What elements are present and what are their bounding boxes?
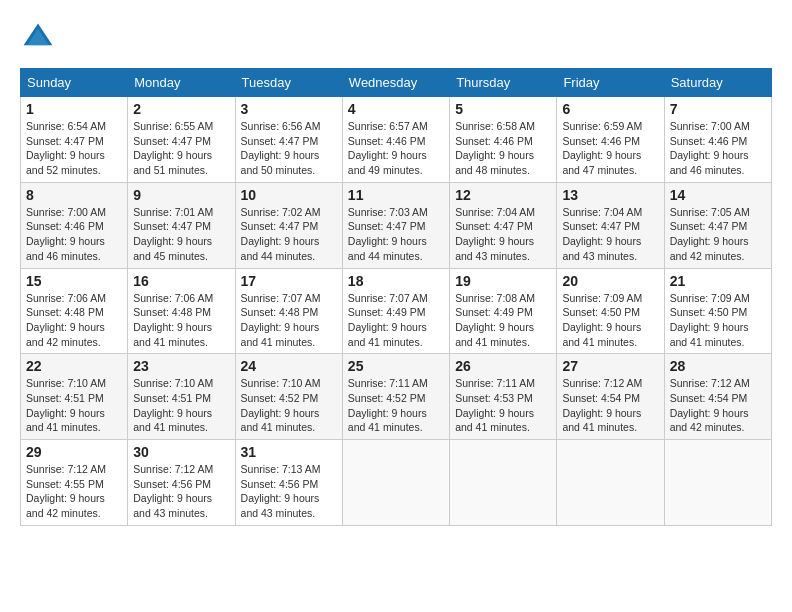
calendar-day-cell: 29 Sunrise: 7:12 AM Sunset: 4:55 PM Dayl… bbox=[21, 440, 128, 526]
calendar-day-cell: 9 Sunrise: 7:01 AM Sunset: 4:47 PM Dayli… bbox=[128, 182, 235, 268]
day-info: Sunrise: 7:12 AM Sunset: 4:56 PM Dayligh… bbox=[133, 462, 229, 521]
weekday-header: Saturday bbox=[664, 69, 771, 97]
daylight-label: Daylight: 9 hours and 43 minutes. bbox=[133, 492, 212, 519]
day-info: Sunrise: 7:06 AM Sunset: 4:48 PM Dayligh… bbox=[133, 291, 229, 350]
daylight-label: Daylight: 9 hours and 44 minutes. bbox=[241, 235, 320, 262]
day-info: Sunrise: 7:13 AM Sunset: 4:56 PM Dayligh… bbox=[241, 462, 337, 521]
day-info: Sunrise: 7:06 AM Sunset: 4:48 PM Dayligh… bbox=[26, 291, 122, 350]
sunset-label: Sunset: 4:52 PM bbox=[241, 392, 319, 404]
calendar-day-cell: 22 Sunrise: 7:10 AM Sunset: 4:51 PM Dayl… bbox=[21, 354, 128, 440]
day-info: Sunrise: 6:55 AM Sunset: 4:47 PM Dayligh… bbox=[133, 119, 229, 178]
calendar-week-row: 1 Sunrise: 6:54 AM Sunset: 4:47 PM Dayli… bbox=[21, 97, 772, 183]
sunset-label: Sunset: 4:48 PM bbox=[26, 306, 104, 318]
day-number: 28 bbox=[670, 358, 766, 374]
day-info: Sunrise: 7:01 AM Sunset: 4:47 PM Dayligh… bbox=[133, 205, 229, 264]
sunset-label: Sunset: 4:47 PM bbox=[670, 220, 748, 232]
sunset-label: Sunset: 4:46 PM bbox=[348, 135, 426, 147]
day-info: Sunrise: 6:57 AM Sunset: 4:46 PM Dayligh… bbox=[348, 119, 444, 178]
sunset-label: Sunset: 4:47 PM bbox=[26, 135, 104, 147]
daylight-label: Daylight: 9 hours and 48 minutes. bbox=[455, 149, 534, 176]
sunset-label: Sunset: 4:53 PM bbox=[455, 392, 533, 404]
sunrise-label: Sunrise: 7:13 AM bbox=[241, 463, 321, 475]
daylight-label: Daylight: 9 hours and 52 minutes. bbox=[26, 149, 105, 176]
sunset-label: Sunset: 4:51 PM bbox=[26, 392, 104, 404]
sunrise-label: Sunrise: 7:12 AM bbox=[26, 463, 106, 475]
daylight-label: Daylight: 9 hours and 49 minutes. bbox=[348, 149, 427, 176]
sunrise-label: Sunrise: 7:12 AM bbox=[670, 377, 750, 389]
weekday-header: Thursday bbox=[450, 69, 557, 97]
daylight-label: Daylight: 9 hours and 41 minutes. bbox=[562, 407, 641, 434]
day-info: Sunrise: 7:05 AM Sunset: 4:47 PM Dayligh… bbox=[670, 205, 766, 264]
sunset-label: Sunset: 4:46 PM bbox=[455, 135, 533, 147]
daylight-label: Daylight: 9 hours and 42 minutes. bbox=[26, 492, 105, 519]
daylight-label: Daylight: 9 hours and 43 minutes. bbox=[241, 492, 320, 519]
calendar-day-cell bbox=[450, 440, 557, 526]
day-info: Sunrise: 7:10 AM Sunset: 4:52 PM Dayligh… bbox=[241, 376, 337, 435]
day-number: 29 bbox=[26, 444, 122, 460]
sunrise-label: Sunrise: 6:59 AM bbox=[562, 120, 642, 132]
calendar-day-cell: 5 Sunrise: 6:58 AM Sunset: 4:46 PM Dayli… bbox=[450, 97, 557, 183]
day-info: Sunrise: 6:58 AM Sunset: 4:46 PM Dayligh… bbox=[455, 119, 551, 178]
sunset-label: Sunset: 4:54 PM bbox=[562, 392, 640, 404]
day-info: Sunrise: 7:04 AM Sunset: 4:47 PM Dayligh… bbox=[455, 205, 551, 264]
sunset-label: Sunset: 4:56 PM bbox=[241, 478, 319, 490]
sunset-label: Sunset: 4:49 PM bbox=[455, 306, 533, 318]
calendar-day-cell: 23 Sunrise: 7:10 AM Sunset: 4:51 PM Dayl… bbox=[128, 354, 235, 440]
sunrise-label: Sunrise: 7:12 AM bbox=[562, 377, 642, 389]
daylight-label: Daylight: 9 hours and 45 minutes. bbox=[133, 235, 212, 262]
weekday-header: Sunday bbox=[21, 69, 128, 97]
day-number: 7 bbox=[670, 101, 766, 117]
daylight-label: Daylight: 9 hours and 41 minutes. bbox=[348, 321, 427, 348]
daylight-label: Daylight: 9 hours and 41 minutes. bbox=[241, 321, 320, 348]
sunrise-label: Sunrise: 7:01 AM bbox=[133, 206, 213, 218]
sunrise-label: Sunrise: 6:58 AM bbox=[455, 120, 535, 132]
day-info: Sunrise: 7:02 AM Sunset: 4:47 PM Dayligh… bbox=[241, 205, 337, 264]
day-info: Sunrise: 7:09 AM Sunset: 4:50 PM Dayligh… bbox=[670, 291, 766, 350]
day-info: Sunrise: 7:09 AM Sunset: 4:50 PM Dayligh… bbox=[562, 291, 658, 350]
sunrise-label: Sunrise: 7:04 AM bbox=[455, 206, 535, 218]
day-number: 24 bbox=[241, 358, 337, 374]
weekday-header: Tuesday bbox=[235, 69, 342, 97]
calendar-day-cell: 10 Sunrise: 7:02 AM Sunset: 4:47 PM Dayl… bbox=[235, 182, 342, 268]
day-info: Sunrise: 7:07 AM Sunset: 4:49 PM Dayligh… bbox=[348, 291, 444, 350]
sunrise-label: Sunrise: 6:55 AM bbox=[133, 120, 213, 132]
daylight-label: Daylight: 9 hours and 41 minutes. bbox=[133, 407, 212, 434]
calendar-week-row: 29 Sunrise: 7:12 AM Sunset: 4:55 PM Dayl… bbox=[21, 440, 772, 526]
day-number: 14 bbox=[670, 187, 766, 203]
sunset-label: Sunset: 4:56 PM bbox=[133, 478, 211, 490]
daylight-label: Daylight: 9 hours and 46 minutes. bbox=[670, 149, 749, 176]
daylight-label: Daylight: 9 hours and 44 minutes. bbox=[348, 235, 427, 262]
logo bbox=[20, 20, 60, 56]
day-number: 11 bbox=[348, 187, 444, 203]
day-info: Sunrise: 7:07 AM Sunset: 4:48 PM Dayligh… bbox=[241, 291, 337, 350]
sunset-label: Sunset: 4:47 PM bbox=[133, 135, 211, 147]
calendar-day-cell: 8 Sunrise: 7:00 AM Sunset: 4:46 PM Dayli… bbox=[21, 182, 128, 268]
day-number: 15 bbox=[26, 273, 122, 289]
sunrise-label: Sunrise: 7:00 AM bbox=[26, 206, 106, 218]
day-number: 23 bbox=[133, 358, 229, 374]
calendar-day-cell bbox=[557, 440, 664, 526]
sunrise-label: Sunrise: 7:09 AM bbox=[562, 292, 642, 304]
daylight-label: Daylight: 9 hours and 42 minutes. bbox=[670, 235, 749, 262]
sunset-label: Sunset: 4:47 PM bbox=[455, 220, 533, 232]
sunrise-label: Sunrise: 7:10 AM bbox=[133, 377, 213, 389]
calendar-day-cell: 16 Sunrise: 7:06 AM Sunset: 4:48 PM Dayl… bbox=[128, 268, 235, 354]
day-info: Sunrise: 7:00 AM Sunset: 4:46 PM Dayligh… bbox=[26, 205, 122, 264]
sunrise-label: Sunrise: 7:09 AM bbox=[670, 292, 750, 304]
calendar-day-cell: 20 Sunrise: 7:09 AM Sunset: 4:50 PM Dayl… bbox=[557, 268, 664, 354]
calendar-day-cell: 2 Sunrise: 6:55 AM Sunset: 4:47 PM Dayli… bbox=[128, 97, 235, 183]
sunrise-label: Sunrise: 7:07 AM bbox=[241, 292, 321, 304]
calendar-day-cell bbox=[342, 440, 449, 526]
calendar-day-cell: 25 Sunrise: 7:11 AM Sunset: 4:52 PM Dayl… bbox=[342, 354, 449, 440]
sunset-label: Sunset: 4:47 PM bbox=[348, 220, 426, 232]
calendar-week-row: 15 Sunrise: 7:06 AM Sunset: 4:48 PM Dayl… bbox=[21, 268, 772, 354]
calendar-day-cell: 7 Sunrise: 7:00 AM Sunset: 4:46 PM Dayli… bbox=[664, 97, 771, 183]
calendar-day-cell: 15 Sunrise: 7:06 AM Sunset: 4:48 PM Dayl… bbox=[21, 268, 128, 354]
calendar-day-cell: 14 Sunrise: 7:05 AM Sunset: 4:47 PM Dayl… bbox=[664, 182, 771, 268]
page-header bbox=[20, 20, 772, 56]
sunset-label: Sunset: 4:47 PM bbox=[241, 135, 319, 147]
calendar-day-cell: 13 Sunrise: 7:04 AM Sunset: 4:47 PM Dayl… bbox=[557, 182, 664, 268]
day-number: 6 bbox=[562, 101, 658, 117]
daylight-label: Daylight: 9 hours and 41 minutes. bbox=[562, 321, 641, 348]
calendar-week-row: 8 Sunrise: 7:00 AM Sunset: 4:46 PM Dayli… bbox=[21, 182, 772, 268]
